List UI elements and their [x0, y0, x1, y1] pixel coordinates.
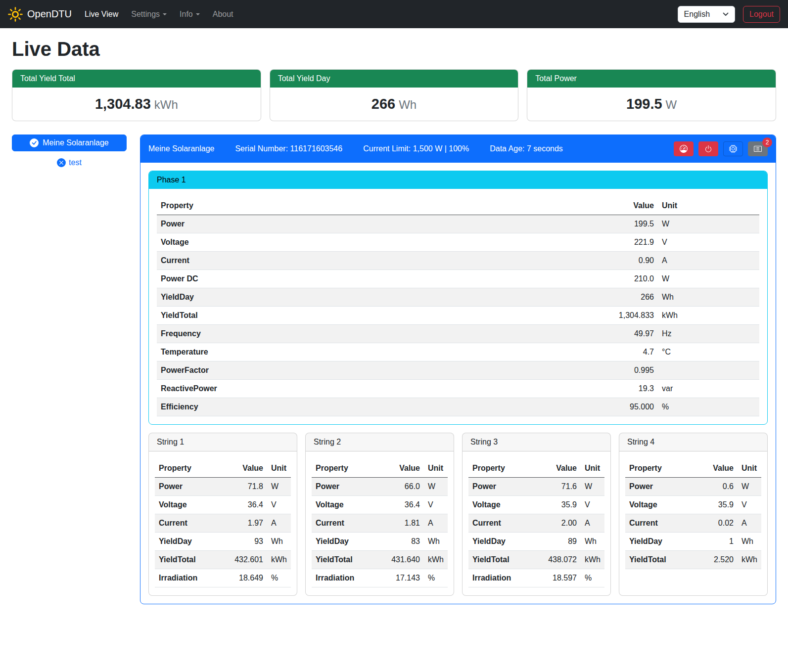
unit-cell: W	[267, 478, 291, 496]
column-unit: Unit	[658, 197, 759, 215]
brand-label: OpenDTU	[27, 8, 72, 20]
property-cell: Current	[157, 252, 457, 270]
summary-card-title: Total Power	[527, 70, 776, 88]
value-cell: 1	[694, 533, 738, 551]
table-header-row: Property Value Unit	[468, 459, 604, 478]
brand[interactable]: OpenDTU	[8, 7, 72, 22]
value-cell: 1.97	[218, 514, 267, 533]
value-cell: 438.072	[531, 551, 581, 569]
property-cell: Current	[625, 514, 694, 533]
property-cell: YieldDay	[157, 288, 457, 307]
property-cell: Voltage	[625, 496, 694, 514]
property-cell: Voltage	[155, 496, 218, 514]
property-cell: Power	[625, 478, 694, 496]
value-cell: 35.9	[531, 496, 581, 514]
inverter-select-test[interactable]: test	[12, 158, 127, 167]
table-row: Current0.90A	[157, 252, 759, 270]
unit-cell: V	[658, 233, 759, 252]
check-circle-icon	[30, 138, 39, 147]
value-cell: 83	[374, 533, 424, 551]
inverter-select-meine-solaranlage[interactable]: Meine Solaranlage	[12, 134, 127, 151]
table-row: Power199.5W	[157, 215, 759, 233]
table-row: YieldTotal1,304.833kWh	[157, 307, 759, 325]
property-cell: YieldDay	[312, 533, 374, 551]
language-select[interactable]: English	[678, 6, 735, 23]
unit-cell: V	[738, 496, 761, 514]
table-row: YieldDay83Wh	[312, 533, 448, 551]
value-cell: 1,304.833	[457, 307, 658, 325]
nav-settings-dropdown[interactable]: Settings	[127, 6, 171, 23]
value-cell: 18.649	[218, 569, 267, 587]
column-unit: Unit	[738, 459, 761, 478]
x-circle-icon	[57, 158, 66, 167]
value-cell: 93	[218, 533, 267, 551]
table-row: Irradiation17.143%	[312, 569, 448, 587]
table-row: Current2.00A	[468, 514, 604, 533]
summary-card-total-yield-total: Total Yield Total 1,304.83kWh	[12, 69, 261, 121]
property-cell: YieldTotal	[157, 307, 457, 325]
value-cell: 49.97	[457, 325, 658, 343]
summary-value: 266	[371, 96, 395, 112]
nav-about[interactable]: About	[209, 6, 237, 23]
string-body: Property Value Unit Power71.6W Voltage35…	[463, 451, 610, 595]
column-unit: Unit	[267, 459, 291, 478]
table-row: Current0.02A	[625, 514, 761, 533]
table-row: Power DC210.0W	[157, 270, 759, 288]
column-property: Property	[468, 459, 531, 478]
column-value: Value	[374, 459, 424, 478]
property-cell: Power	[155, 478, 218, 496]
power-icon	[704, 145, 712, 153]
value-cell: 18.597	[531, 569, 581, 587]
property-cell: YieldTotal	[625, 551, 694, 569]
property-cell: YieldDay	[155, 533, 218, 551]
column-unit: Unit	[424, 459, 448, 478]
string-title: String 1	[149, 433, 297, 451]
logout-button[interactable]: Logout	[743, 6, 780, 23]
property-cell: YieldTotal	[312, 551, 374, 569]
property-cell: Efficiency	[157, 398, 457, 416]
nav-info-dropdown[interactable]: Info	[176, 6, 204, 23]
value-cell: 199.5	[457, 215, 658, 233]
property-cell: Irradiation	[312, 569, 374, 587]
summary-card-body: 199.5W	[527, 88, 776, 121]
value-cell: 71.6	[531, 478, 581, 496]
page-title: Live Data	[12, 38, 776, 60]
inverter-info-button[interactable]	[723, 141, 743, 156]
inverter-data-age: Data Age: 7 seconds	[490, 144, 563, 153]
nav-live-view[interactable]: Live View	[81, 6, 122, 23]
unit-cell: W	[738, 478, 761, 496]
power-toggle-button[interactable]	[698, 141, 718, 156]
summary-cards-row: Total Yield Total 1,304.83kWh Total Yiel…	[12, 69, 776, 121]
phase-table: Property Value Unit Power199.5W Voltage2…	[157, 197, 759, 416]
unit-cell: A	[581, 514, 604, 533]
property-cell: Voltage	[157, 233, 457, 252]
unit-cell: W	[424, 478, 448, 496]
table-row: Power71.6W	[468, 478, 604, 496]
string-card-4: String 4 Property Value Unit	[619, 433, 768, 596]
table-row: Voltage35.9V	[468, 496, 604, 514]
value-cell: 2.520	[694, 551, 738, 569]
inverter-name-label: Meine Solaranlage	[43, 138, 108, 147]
table-row: Voltage36.4V	[312, 496, 448, 514]
unit-cell: %	[267, 569, 291, 587]
unit-cell: kWh	[424, 551, 448, 569]
string-card-2: String 2 Property Value Unit	[305, 433, 454, 596]
string-table: Property Value Unit Power71.6W Voltage35…	[468, 459, 604, 587]
string-card-1: String 1 Property Value Unit	[148, 433, 297, 596]
limit-settings-button[interactable]	[674, 141, 694, 156]
eventlog-button[interactable]: 2	[748, 141, 768, 156]
value-cell: 221.9	[457, 233, 658, 252]
table-row: YieldTotal432.601kWh	[155, 551, 291, 569]
summary-unit: kWh	[154, 98, 178, 111]
value-cell: 36.4	[218, 496, 267, 514]
column-property: Property	[625, 459, 694, 478]
unit-cell: kWh	[738, 551, 761, 569]
table-row: YieldDay1Wh	[625, 533, 761, 551]
value-cell: 0.995	[457, 361, 658, 380]
inverter-name: Meine Solaranlage	[148, 144, 214, 153]
main-row: Meine Solaranlage test Meine Solaranlage…	[12, 134, 776, 604]
property-cell: Current	[312, 514, 374, 533]
unit-cell: Wh	[738, 533, 761, 551]
unit-cell: kWh	[658, 307, 759, 325]
unit-cell: A	[267, 514, 291, 533]
